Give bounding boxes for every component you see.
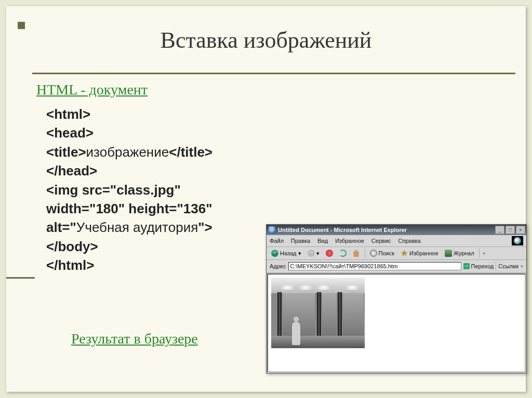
journal-icon <box>445 250 452 257</box>
toolbar: Назад▾ ▾ Поиск Избранное Журнал » <box>267 247 526 260</box>
forward-button[interactable]: ▾ <box>306 249 321 257</box>
back-arrow-icon <box>271 250 278 257</box>
go-icon <box>463 263 470 269</box>
slide-title: Вставка изображений <box>6 27 526 53</box>
menu-tools[interactable]: Сервис <box>371 238 391 244</box>
separator <box>365 249 365 258</box>
code-line: </html> <box>46 256 212 275</box>
address-input[interactable] <box>288 262 461 270</box>
menu-help[interactable]: Справка <box>398 238 421 244</box>
code-line: </head> <box>46 161 212 180</box>
home-button[interactable] <box>351 249 362 257</box>
forward-arrow-icon <box>308 250 315 257</box>
close-button[interactable]: × <box>516 226 525 234</box>
ie-icon <box>269 226 276 234</box>
links-overflow[interactable]: » <box>521 264 523 269</box>
menu-file[interactable]: Файл <box>270 238 284 244</box>
divider-main <box>32 73 515 74</box>
menu-edit[interactable]: Правка <box>291 238 310 244</box>
browser-result-link[interactable]: Результат в браузере <box>71 331 198 347</box>
browser-window: Untitled Document - Microsoft Internet E… <box>266 224 527 374</box>
menu-favorites[interactable]: Избранное <box>335 238 364 244</box>
code-line: alt="Учебная аудитория"> <box>46 218 212 237</box>
divider-left <box>6 277 35 279</box>
refresh-button[interactable] <box>338 249 348 257</box>
refresh-icon <box>339 250 347 257</box>
browser-titlebar: Untitled Document - Microsoft Internet E… <box>267 225 526 235</box>
stop-button[interactable] <box>324 249 335 257</box>
menu-bar: Файл Правка Вид Избранное Сервис Справка <box>267 235 526 247</box>
links-label[interactable]: Ссылки <box>498 263 518 269</box>
stop-icon <box>326 250 333 257</box>
minimize-button[interactable]: _ <box>495 226 504 234</box>
code-line: width="180" height="136" <box>46 199 212 218</box>
menu-view[interactable]: Вид <box>317 238 328 244</box>
browser-content <box>267 273 526 373</box>
search-button[interactable]: Поиск <box>368 249 396 257</box>
home-icon <box>353 250 360 257</box>
code-line: <title>изображение</title> <box>46 143 212 161</box>
go-button[interactable]: Переход <box>463 263 494 269</box>
search-icon <box>370 250 377 257</box>
html-document-link[interactable]: HTML - документ <box>36 81 148 98</box>
back-button[interactable]: Назад▾ <box>270 249 303 257</box>
toolbar-overflow[interactable]: » <box>483 251 485 256</box>
separator <box>479 249 480 258</box>
favorites-button[interactable]: Избранное <box>399 249 440 257</box>
address-label: Адрес <box>270 263 286 269</box>
address-bar: Адрес Переход Ссылки » <box>267 260 526 273</box>
code-line: <img src="class.jpg" <box>46 181 212 199</box>
maximize-button[interactable]: □ <box>506 226 515 234</box>
ie-logo-icon <box>512 236 523 245</box>
code-sample: <html> <head> <title>изображение</title>… <box>46 105 212 275</box>
classroom-image <box>271 278 365 348</box>
star-icon <box>401 250 408 257</box>
code-line: <head> <box>46 123 212 142</box>
code-line: </body> <box>46 237 212 256</box>
window-title: Untitled Document - Microsoft Internet E… <box>278 227 494 233</box>
code-line: <html> <box>46 105 212 123</box>
journal-button[interactable]: Журнал <box>443 249 476 257</box>
separator <box>496 262 496 271</box>
